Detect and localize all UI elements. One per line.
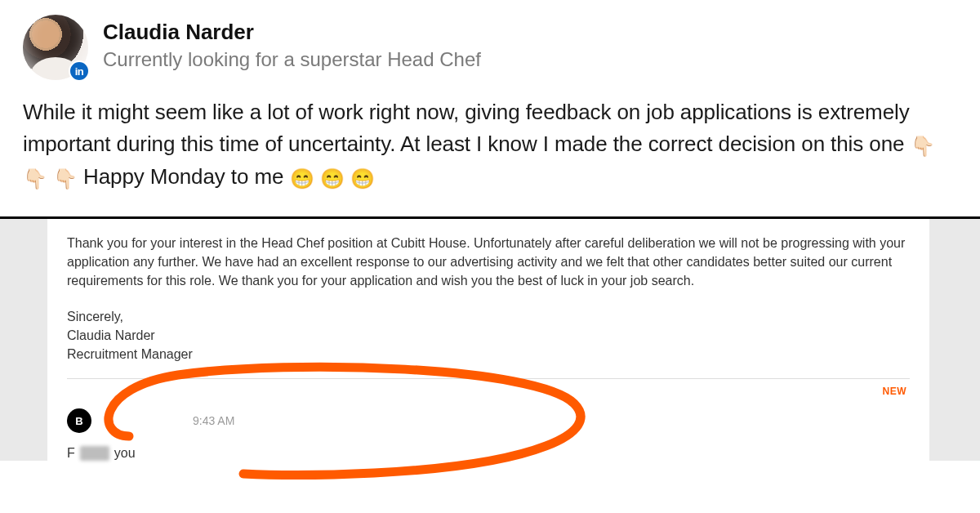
- email-body-text: Thank you for your interest in the Head …: [67, 234, 910, 291]
- reply-timestamp: 9:43 AM: [193, 414, 234, 427]
- point-down-icon: 👇🏻: [23, 167, 47, 190]
- point-down-icon: 👇🏻: [53, 167, 78, 190]
- author-name[interactable]: Claudia Narder: [103, 20, 481, 45]
- post-body: While it might seem like a lot of work r…: [23, 96, 957, 194]
- reply-message: F you: [67, 446, 910, 461]
- post-header: in Claudia Narder Currently looking for …: [23, 15, 957, 80]
- post-body-text: While it might seem like a lot of work r…: [23, 100, 911, 156]
- sig-name: Claudia Narder: [67, 326, 910, 345]
- sig-title: Recruitment Manager: [67, 345, 910, 364]
- email-screenshot: Thank you for your interest in the Head …: [0, 219, 980, 461]
- reply-avatar[interactable]: B: [67, 408, 91, 433]
- author-avatar[interactable]: in: [23, 15, 88, 80]
- author-headline: Currently looking for a superstar Head C…: [103, 47, 481, 72]
- grin-icon: 😁: [350, 167, 375, 190]
- censored-text: [80, 446, 109, 461]
- new-badge: NEW: [67, 386, 906, 397]
- reply-prefix: F: [67, 446, 75, 461]
- reply-suffix: you: [114, 446, 136, 461]
- email-divider: [67, 378, 910, 379]
- point-down-icon: 👇🏻: [911, 135, 935, 157]
- sig-closing: Sincerely,: [67, 307, 910, 326]
- email-card: Thank you for your interest in the Head …: [47, 219, 929, 461]
- post-body-text-2: Happy Monday to me: [83, 164, 289, 189]
- linkedin-badge-icon: in: [69, 60, 90, 82]
- email-signature: Sincerely, Claudia Narder Recruitment Ma…: [67, 307, 910, 364]
- reply-header-row: B 9:43 AM: [67, 408, 910, 438]
- grin-icon: 😁: [320, 167, 345, 190]
- grin-icon: 😁: [290, 167, 314, 190]
